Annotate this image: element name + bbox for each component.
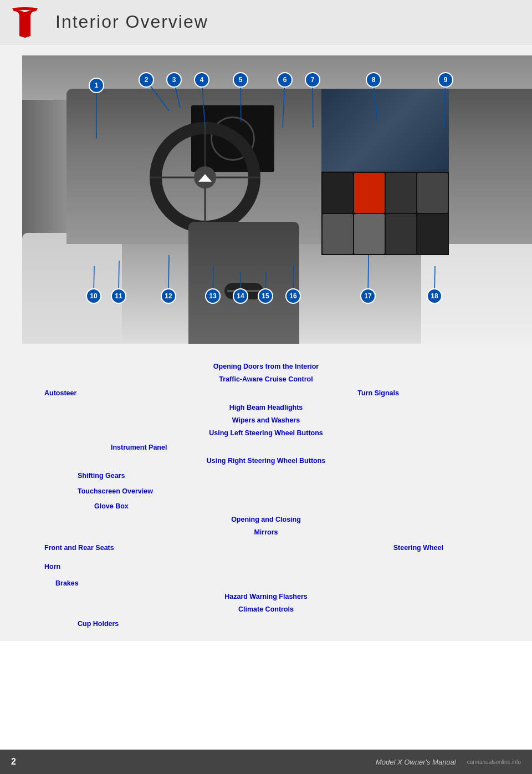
footer-watermark: carmanualsonline.info [467, 759, 521, 765]
car-interior-image: 43 [22, 55, 532, 344]
tesla-logo-icon [11, 6, 39, 39]
link-brakes[interactable]: Brakes [55, 579, 79, 587]
link-cup-holders[interactable]: Cup Holders [78, 620, 119, 628]
callout-17: 17 [360, 288, 376, 304]
link-mirrors[interactable]: Mirrors [22, 528, 510, 536]
link-shifting-gears[interactable]: Shifting Gears [78, 472, 125, 480]
callout-3: 3 [166, 72, 182, 88]
callout-6: 6 [277, 72, 293, 88]
callout-13: 13 [205, 288, 221, 304]
page-title: Interior Overview [55, 12, 208, 32]
link-steering-wheel[interactable]: Steering Wheel [393, 544, 443, 552]
callout-16: 16 [285, 288, 301, 304]
callout-10: 10 [86, 288, 101, 304]
callout-18: 18 [427, 288, 442, 304]
link-turn-signals[interactable]: Turn Signals [357, 389, 399, 397]
callout-5: 5 [233, 72, 248, 88]
callout-1: 1 [89, 78, 104, 93]
link-horn[interactable]: Horn [44, 563, 60, 571]
reference-links-section: Opening Doors from the Interior Traffic-… [0, 355, 532, 641]
callout-14: 14 [233, 288, 248, 304]
link-opening-doors[interactable]: Opening Doors from the Interior [22, 363, 510, 370]
link-traffic-aware[interactable]: Traffic-Aware Cruise Control [22, 375, 510, 383]
footer-page-number: 2 [11, 757, 16, 767]
link-left-buttons[interactable]: Using Left Steering Wheel Buttons [22, 429, 510, 437]
link-climate[interactable]: Climate Controls [22, 605, 510, 613]
steering-wheel [150, 122, 260, 233]
link-wipers[interactable]: Wipers and Washers [22, 416, 510, 424]
callout-7: 7 [305, 72, 320, 88]
callout-4: 4 [194, 72, 209, 88]
callout-9: 9 [438, 72, 453, 88]
link-seats[interactable]: Front and Rear Seats [44, 544, 114, 552]
link-autosteer[interactable]: Autosteer [44, 389, 76, 397]
callout-2: 2 [139, 72, 154, 88]
touchscreen [321, 89, 449, 255]
link-glove-box[interactable]: Glove Box [94, 502, 129, 510]
link-high-beam[interactable]: High Beam Headlights [22, 404, 510, 411]
page-footer: 2 Model X Owner's Manual carmanualsonlin… [0, 750, 532, 774]
link-right-buttons[interactable]: Using Right Steering Wheel Buttons [22, 457, 510, 465]
page-header: Interior Overview [0, 0, 532, 44]
link-hazard[interactable]: Hazard Warning Flashers [22, 593, 510, 600]
link-opening-closing[interactable]: Opening and Closing [22, 516, 510, 523]
link-instrument-panel[interactable]: Instrument Panel [111, 444, 167, 451]
callout-15: 15 [258, 288, 273, 304]
footer-manual-title: Model X Owner's Manual [376, 758, 456, 766]
link-touchscreen[interactable]: Touchscreen Overview [78, 487, 153, 495]
callout-11: 11 [111, 288, 126, 304]
links-grid: Opening Doors from the Interior Traffic-… [22, 360, 510, 630]
callout-8: 8 [366, 72, 381, 88]
callout-12: 12 [161, 288, 176, 304]
